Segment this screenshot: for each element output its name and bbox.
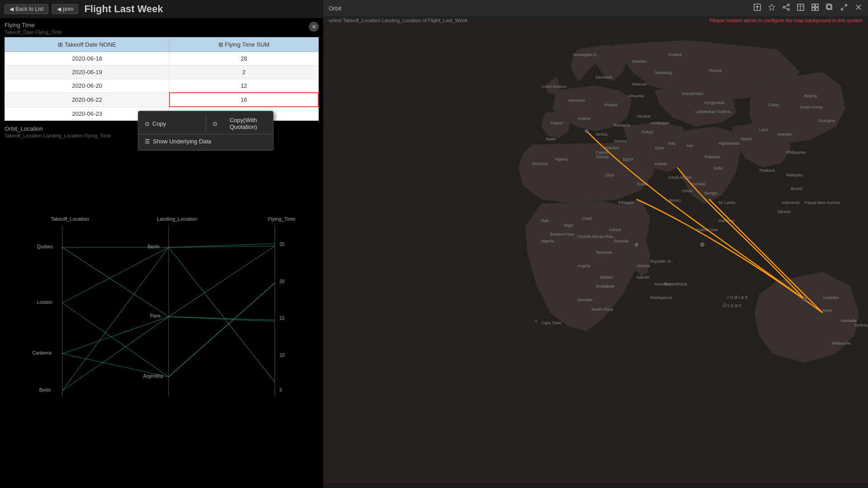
- duplicate-button[interactable]: [826, 3, 834, 13]
- svg-text:Flying_Time: Flying_Time: [268, 216, 296, 222]
- table-view-icon: [797, 3, 805, 11]
- svg-text:Spain: Spain: [546, 137, 556, 141]
- copy-button[interactable]: ⊙ Copy: [138, 113, 206, 134]
- svg-text:25: 25: [279, 242, 285, 247]
- export-icon: [753, 3, 761, 11]
- svg-text:Jakarta: Jakarta: [777, 209, 791, 214]
- svg-text:Bangla...: Bangla...: [705, 191, 721, 195]
- svg-text:15: 15: [279, 316, 285, 321]
- copy-with-quotation-button[interactable]: ⊙ Copy(With Quotation): [206, 113, 274, 134]
- svg-text:Cape Town: Cape Town: [541, 321, 561, 325]
- table-row[interactable]: 2020-06-2012: [5, 79, 319, 93]
- table-row[interactable]: 2020-06-192: [5, 66, 319, 79]
- prev-icon: ◀: [57, 6, 61, 12]
- value-cell: 2: [170, 66, 318, 79]
- svg-text:South Korea: South Korea: [800, 105, 823, 109]
- svg-point-22: [788, 9, 789, 10]
- svg-line-25: [785, 8, 788, 9]
- table-view-button[interactable]: [797, 3, 805, 13]
- svg-text:Shanghai: Shanghai: [818, 118, 835, 123]
- orbit-error-text: Please contact admin to configure the ma…: [709, 18, 863, 23]
- svg-text:Berlin: Berlin: [148, 244, 160, 249]
- svg-text:Niger: Niger: [564, 223, 574, 227]
- svg-text:Iraq: Iraq: [668, 141, 675, 146]
- svg-text:Mali: Mali: [541, 218, 549, 223]
- svg-text:Mauritius: Mauritius: [655, 282, 671, 286]
- table-row[interactable]: 2020-06-2216: [5, 93, 319, 107]
- expand-button[interactable]: [840, 3, 848, 13]
- svg-point-131: [635, 243, 638, 246]
- svg-text:Romania: Romania: [614, 123, 631, 128]
- svg-text:Perth: Perth: [823, 308, 833, 313]
- prev-button[interactable]: ◀ prev: [52, 4, 78, 14]
- svg-text:Finland: Finland: [668, 52, 682, 57]
- flying-time-close-button[interactable]: ✕: [309, 22, 319, 32]
- svg-text:Algeria: Algeria: [555, 157, 568, 161]
- svg-text:Egypt: Egypt: [623, 157, 634, 161]
- svg-text:Yemen: Yemen: [668, 198, 681, 203]
- grid-button[interactable]: [811, 3, 819, 13]
- svg-text:Sri Lanka: Sri Lanka: [718, 200, 736, 205]
- svg-point-133: [585, 130, 588, 133]
- close-panel-button[interactable]: [854, 3, 863, 13]
- svg-text:Thailand: Thailand: [759, 168, 775, 173]
- svg-text:Paris: Paris: [150, 313, 160, 318]
- table-row[interactable]: 2020-06-1828: [5, 52, 319, 66]
- svg-text:Namibia: Namibia: [577, 298, 593, 302]
- show-underlying-data-button[interactable]: ☰ Show Underlying Data: [138, 134, 273, 148]
- svg-text:Poland: Poland: [605, 103, 618, 107]
- col1-header: ⊞ Takeoff Date NONE: [5, 38, 170, 52]
- svg-text:Somalia: Somalia: [614, 239, 629, 243]
- svg-text:Quebec: Quebec: [37, 244, 53, 249]
- svg-text:Istanbul: Istanbul: [605, 146, 619, 150]
- svg-text:Uzbekistan Turkme...: Uzbekistan Turkme...: [695, 109, 734, 114]
- star-button[interactable]: [768, 3, 776, 13]
- value-cell: 16: [170, 93, 318, 107]
- svg-text:Canberra: Canberra: [32, 351, 52, 355]
- svg-text:Indonesia: Indonesia: [782, 200, 800, 205]
- flying-time-sublabel: Takeoff_Date Flying_Time: [5, 29, 319, 35]
- svg-marker-20: [769, 4, 775, 10]
- svg-text:Angola: Angola: [577, 264, 590, 268]
- svg-text:Melbourne: Melbourne: [832, 341, 851, 346]
- left-panel: ◀ Back to List ◀ prev Flight Last Week F…: [0, 0, 323, 488]
- svg-text:Chad: Chad: [582, 216, 592, 221]
- svg-text:China: China: [768, 103, 779, 107]
- svg-text:Central African Rep...: Central African Rep...: [577, 234, 616, 239]
- svg-text:Tunisia: Tunisia: [596, 155, 609, 159]
- back-to-list-button[interactable]: ◀ Back to List: [5, 4, 48, 14]
- flying-time-label: Flying Time: [5, 22, 319, 28]
- svg-text:Zimbabwe: Zimbabwe: [596, 284, 615, 289]
- copy-icon: ⊙: [145, 120, 150, 127]
- right-panel: Orbit: [323, 0, 868, 488]
- svg-text:Berlin: Berlin: [39, 388, 51, 393]
- export-button[interactable]: [753, 3, 761, 13]
- svg-text:Ethiopia: Ethiopia: [618, 200, 634, 205]
- share-button[interactable]: [782, 3, 790, 13]
- orbit-actions: [753, 3, 863, 13]
- svg-text:Victoria: Victoria: [637, 264, 651, 268]
- orbit-subtitle: select Takeoff_Location Landing_Location…: [329, 18, 468, 23]
- orbit-location-section: Orbit_Location Takeoff_Location Landing_…: [0, 121, 323, 488]
- svg-text:Malaysia: Malaysia: [786, 173, 803, 177]
- svg-point-130: [700, 243, 704, 246]
- back-icon: ◀: [9, 6, 14, 12]
- context-menu: ⊙ Copy ⊙ Copy(With Quotation) ☰ Show Und…: [138, 111, 274, 151]
- parallel-coordinates-svg: Takeoff_Location Landing_Location Flying…: [5, 141, 319, 481]
- svg-line-24: [785, 5, 788, 7]
- svg-text:Philippines: Philippines: [786, 150, 806, 155]
- top-bar: ◀ Back to List ◀ prev Flight Last Week: [0, 0, 323, 18]
- svg-text:Madagascar: Madagascar: [650, 295, 673, 300]
- orbit-chart: Takeoff_Location Landing_Location Flying…: [5, 141, 319, 481]
- svg-text:Nigeria: Nigeria: [541, 239, 555, 243]
- svg-text:Papua New Guinea: Papua New Guinea: [804, 200, 840, 205]
- svg-text:Laos: Laos: [759, 128, 768, 132]
- svg-text:5: 5: [279, 388, 282, 393]
- orbit-panel-title: Orbit: [329, 5, 341, 12]
- svg-text:Vietnam: Vietnam: [777, 132, 792, 137]
- svg-text:Turkey: Turkey: [641, 130, 654, 134]
- svg-rect-29: [812, 4, 815, 7]
- svg-text:Denmark: Denmark: [596, 75, 613, 80]
- svg-text:Sydney: Sydney: [854, 323, 868, 327]
- svg-text:Greece: Greece: [614, 139, 627, 143]
